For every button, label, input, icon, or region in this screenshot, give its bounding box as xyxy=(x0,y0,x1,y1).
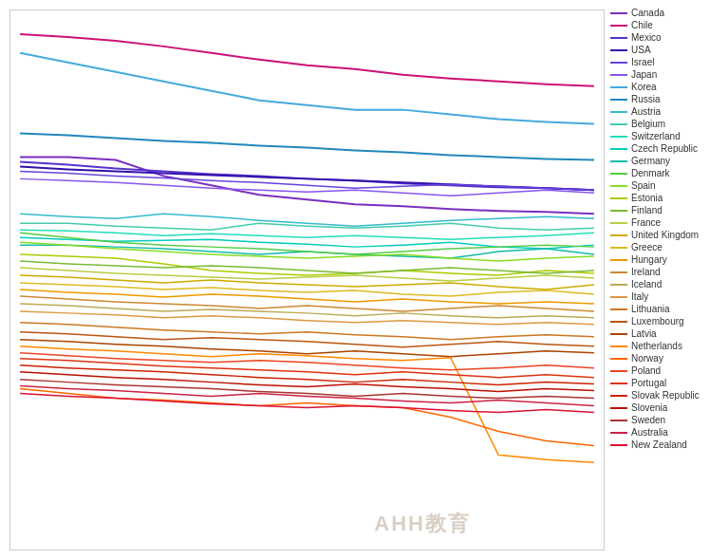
legend-color-swatch xyxy=(610,197,627,199)
chart-container: AHH教育 CanadaChileMexicoUSAIsraelJapanKor… xyxy=(0,0,728,560)
legend-color-swatch xyxy=(610,74,627,76)
legend-item-greece: Greece xyxy=(610,242,722,252)
legend-label-text: Portugal xyxy=(631,378,666,388)
line-finland xyxy=(20,261,594,273)
legend-label-text: Greece xyxy=(631,242,663,252)
legend-item-france: France xyxy=(610,217,722,228)
legend-color-swatch xyxy=(610,148,627,150)
legend: CanadaChileMexicoUSAIsraelJapanKoreaRuss… xyxy=(605,0,728,560)
legend-label-text: Lithuania xyxy=(631,304,670,314)
legend-item-sweden: Sweden xyxy=(610,415,722,425)
line-netherlands xyxy=(20,346,594,463)
legend-label-text: United Kingdom xyxy=(631,230,699,240)
legend-item-austria: Austria xyxy=(610,106,722,117)
legend-item-new-zealand: New Zealand xyxy=(610,439,722,450)
legend-item-estonia: Estonia xyxy=(610,193,722,203)
legend-label-text: Estonia xyxy=(631,193,663,203)
legend-color-swatch xyxy=(610,308,627,310)
legend-item-iceland: Iceland xyxy=(610,279,722,289)
legend-label-text: Sweden xyxy=(631,415,665,425)
legend-item-portugal: Portugal xyxy=(610,378,722,388)
legend-item-denmark: Denmark xyxy=(610,168,722,178)
legend-item-germany: Germany xyxy=(610,156,722,166)
legend-item-lithuania: Lithuania xyxy=(610,304,722,314)
legend-item-switzerland: Switzerland xyxy=(610,131,722,141)
legend-item-chile: Chile xyxy=(610,20,722,30)
legend-label-text: Austria xyxy=(631,106,661,117)
legend-label-text: Latvia xyxy=(631,328,657,339)
legend-color-swatch xyxy=(610,271,627,273)
legend-label-text: Spain xyxy=(631,180,656,191)
legend-color-swatch xyxy=(610,136,627,138)
legend-item-poland: Poland xyxy=(610,365,722,376)
legend-label-text: Canada xyxy=(631,8,664,18)
legend-color-swatch xyxy=(610,234,627,236)
legend-color-swatch xyxy=(610,395,627,397)
line-belgium xyxy=(20,223,594,230)
legend-label-text: Mexico xyxy=(631,32,662,43)
line-korea xyxy=(20,53,594,124)
legend-color-swatch xyxy=(610,173,627,175)
line-israel xyxy=(20,171,594,190)
legend-color-swatch xyxy=(610,49,627,51)
legend-item-luxembourg: Luxembourg xyxy=(610,316,722,327)
legend-label-text: Switzerland xyxy=(631,131,681,141)
legend-label-text: Czech Republic xyxy=(631,143,698,154)
legend-item-spain: Spain xyxy=(610,180,722,191)
legend-color-swatch xyxy=(610,420,627,421)
legend-item-canada: Canada xyxy=(610,8,722,18)
legend-color-swatch xyxy=(610,160,627,162)
legend-item-finland: Finland xyxy=(610,205,722,215)
legend-item-usa: USA xyxy=(610,45,722,55)
legend-label-text: New Zealand xyxy=(631,439,687,450)
line-lithuania xyxy=(20,323,594,340)
legend-label-text: Denmark xyxy=(631,168,670,178)
legend-color-swatch xyxy=(610,444,627,446)
legend-color-swatch xyxy=(610,407,627,409)
line-russia xyxy=(20,134,594,160)
line-slovenia xyxy=(20,372,594,392)
legend-color-swatch xyxy=(610,247,627,249)
legend-item-latvia: Latvia xyxy=(610,328,722,339)
line-switzerland xyxy=(20,230,594,239)
legend-item-israel: Israel xyxy=(610,57,722,67)
line-austria xyxy=(20,214,594,226)
legend-item-netherlands: Netherlands xyxy=(610,341,722,351)
legend-label-text: Finland xyxy=(631,205,663,215)
legend-item-australia: Australia xyxy=(610,427,722,438)
legend-color-swatch xyxy=(610,37,627,39)
legend-item-slovak-republic: Slovak Republic xyxy=(610,390,722,401)
legend-color-swatch xyxy=(610,432,627,434)
legend-color-swatch xyxy=(610,25,627,27)
legend-item-korea: Korea xyxy=(610,82,722,92)
legend-color-swatch xyxy=(610,99,627,101)
legend-label-text: Australia xyxy=(631,427,668,438)
legend-label-text: Luxembourg xyxy=(631,316,684,327)
line-sweden xyxy=(20,380,594,399)
legend-item-ireland: Ireland xyxy=(610,267,722,277)
legend-label-text: Netherlands xyxy=(631,341,682,351)
line-luxembourg xyxy=(20,332,594,347)
legend-color-swatch xyxy=(610,370,627,372)
legend-label-text: Slovak Republic xyxy=(631,390,700,401)
legend-label-text: Japan xyxy=(631,69,657,80)
legend-item-hungary: Hungary xyxy=(610,254,722,265)
legend-item-belgium: Belgium xyxy=(610,119,722,129)
legend-label-text: Hungary xyxy=(631,254,667,265)
legend-label-text: Korea xyxy=(631,82,657,92)
legend-color-swatch xyxy=(610,210,627,212)
legend-label-text: Russia xyxy=(631,94,661,104)
legend-color-swatch xyxy=(610,86,627,88)
legend-color-swatch xyxy=(610,222,627,224)
legend-label-text: France xyxy=(631,217,661,228)
legend-color-swatch xyxy=(610,123,627,125)
legend-color-swatch xyxy=(610,284,627,286)
legend-label-text: Belgium xyxy=(631,119,665,129)
legend-label-text: USA xyxy=(631,45,651,55)
legend-label-text: Germany xyxy=(631,156,670,166)
legend-color-swatch xyxy=(610,358,627,360)
legend-label-text: Chile xyxy=(631,20,653,30)
legend-color-swatch xyxy=(610,333,627,335)
legend-label-text: Israel xyxy=(631,57,654,67)
legend-item-united-kingdom: United Kingdom xyxy=(610,230,722,240)
